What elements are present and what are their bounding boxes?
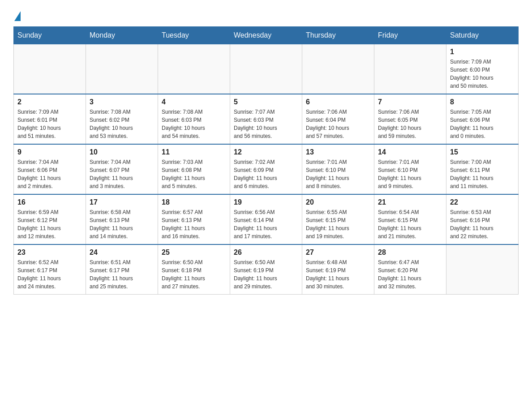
day-number: 21 bbox=[378, 198, 442, 206]
day-number: 13 bbox=[306, 148, 370, 156]
day-of-week-header: Monday bbox=[86, 26, 158, 44]
calendar-day-cell: 8Sunrise: 7:05 AMSunset: 6:06 PMDaylight… bbox=[446, 94, 519, 144]
day-of-week-header: Tuesday bbox=[158, 26, 230, 44]
day-number: 8 bbox=[450, 98, 515, 106]
day-info: Sunrise: 6:51 AMSunset: 6:17 PMDaylight:… bbox=[90, 258, 154, 291]
calendar-day-cell: 6Sunrise: 7:06 AMSunset: 6:04 PMDaylight… bbox=[302, 94, 374, 144]
day-info: Sunrise: 7:02 AMSunset: 6:09 PMDaylight:… bbox=[234, 158, 298, 190]
calendar-day-cell: 3Sunrise: 7:08 AMSunset: 6:02 PMDaylight… bbox=[86, 94, 158, 144]
calendar-day-cell bbox=[230, 44, 302, 94]
day-number: 7 bbox=[378, 98, 442, 106]
day-info: Sunrise: 6:58 AMSunset: 6:13 PMDaylight:… bbox=[90, 208, 154, 240]
day-number: 12 bbox=[234, 148, 298, 156]
calendar-day-cell: 24Sunrise: 6:51 AMSunset: 6:17 PMDayligh… bbox=[86, 244, 158, 295]
day-info: Sunrise: 6:50 AMSunset: 6:19 PMDaylight:… bbox=[234, 258, 298, 291]
calendar-day-cell: 25Sunrise: 6:50 AMSunset: 6:18 PMDayligh… bbox=[158, 244, 230, 295]
day-number: 20 bbox=[306, 198, 370, 206]
day-info: Sunrise: 6:54 AMSunset: 6:15 PMDaylight:… bbox=[378, 208, 442, 240]
calendar-table: SundayMondayTuesdayWednesdayThursdayFrid… bbox=[13, 26, 519, 295]
day-number: 15 bbox=[450, 148, 515, 156]
day-of-week-header: Sunday bbox=[14, 26, 86, 44]
day-info: Sunrise: 7:08 AMSunset: 6:03 PMDaylight:… bbox=[162, 108, 226, 140]
calendar-day-cell: 10Sunrise: 7:04 AMSunset: 6:07 PMDayligh… bbox=[86, 144, 158, 194]
logo-text bbox=[13, 9, 21, 22]
calendar-day-cell: 27Sunrise: 6:48 AMSunset: 6:19 PMDayligh… bbox=[302, 244, 374, 295]
calendar-day-cell: 5Sunrise: 7:07 AMSunset: 6:03 PMDaylight… bbox=[230, 94, 302, 144]
calendar-day-cell bbox=[86, 44, 158, 94]
calendar-day-cell: 22Sunrise: 6:53 AMSunset: 6:16 PMDayligh… bbox=[446, 194, 519, 244]
day-number: 16 bbox=[17, 198, 82, 206]
calendar-day-cell: 11Sunrise: 7:03 AMSunset: 6:08 PMDayligh… bbox=[158, 144, 230, 194]
day-number: 9 bbox=[17, 148, 82, 156]
calendar-day-cell: 26Sunrise: 6:50 AMSunset: 6:19 PMDayligh… bbox=[230, 244, 302, 295]
calendar-day-cell: 4Sunrise: 7:08 AMSunset: 6:03 PMDaylight… bbox=[158, 94, 230, 144]
calendar-header-row: SundayMondayTuesdayWednesdayThursdayFrid… bbox=[14, 26, 519, 44]
calendar-week-row: 2Sunrise: 7:09 AMSunset: 6:01 PMDaylight… bbox=[14, 94, 519, 144]
day-info: Sunrise: 7:04 AMSunset: 6:07 PMDaylight:… bbox=[90, 158, 154, 190]
day-info: Sunrise: 7:08 AMSunset: 6:02 PMDaylight:… bbox=[90, 108, 154, 140]
day-info: Sunrise: 7:06 AMSunset: 6:04 PMDaylight:… bbox=[306, 108, 370, 140]
day-number: 18 bbox=[162, 198, 226, 206]
calendar-day-cell bbox=[302, 44, 374, 94]
calendar-day-cell: 20Sunrise: 6:55 AMSunset: 6:15 PMDayligh… bbox=[302, 194, 374, 244]
day-info: Sunrise: 7:03 AMSunset: 6:08 PMDaylight:… bbox=[162, 158, 226, 190]
day-info: Sunrise: 6:55 AMSunset: 6:15 PMDaylight:… bbox=[306, 208, 370, 240]
day-of-week-header: Saturday bbox=[446, 26, 519, 44]
calendar-day-cell bbox=[14, 44, 86, 94]
day-info: Sunrise: 6:52 AMSunset: 6:17 PMDaylight:… bbox=[17, 258, 82, 291]
day-number: 17 bbox=[90, 198, 154, 206]
day-of-week-header: Wednesday bbox=[230, 26, 302, 44]
day-info: Sunrise: 7:06 AMSunset: 6:05 PMDaylight:… bbox=[378, 108, 442, 140]
day-number: 6 bbox=[306, 98, 370, 106]
calendar-day-cell: 21Sunrise: 6:54 AMSunset: 6:15 PMDayligh… bbox=[374, 194, 446, 244]
day-number: 1 bbox=[450, 48, 515, 56]
calendar-day-cell: 28Sunrise: 6:47 AMSunset: 6:20 PMDayligh… bbox=[374, 244, 446, 295]
calendar-day-cell bbox=[158, 44, 230, 94]
logo-triangle-icon bbox=[14, 11, 21, 21]
day-number: 5 bbox=[234, 98, 298, 106]
day-info: Sunrise: 7:09 AMSunset: 6:01 PMDaylight:… bbox=[17, 108, 82, 140]
day-number: 14 bbox=[378, 148, 442, 156]
day-number: 27 bbox=[306, 248, 370, 257]
calendar-day-cell: 9Sunrise: 7:04 AMSunset: 6:06 PMDaylight… bbox=[14, 144, 86, 194]
day-info: Sunrise: 6:48 AMSunset: 6:19 PMDaylight:… bbox=[306, 258, 370, 291]
calendar-day-cell: 18Sunrise: 6:57 AMSunset: 6:13 PMDayligh… bbox=[158, 194, 230, 244]
calendar-week-row: 9Sunrise: 7:04 AMSunset: 6:06 PMDaylight… bbox=[14, 144, 519, 194]
day-info: Sunrise: 6:53 AMSunset: 6:16 PMDaylight:… bbox=[450, 208, 515, 240]
day-info: Sunrise: 7:01 AMSunset: 6:10 PMDaylight:… bbox=[378, 158, 442, 190]
page-header bbox=[13, 9, 519, 22]
day-info: Sunrise: 6:56 AMSunset: 6:14 PMDaylight:… bbox=[234, 208, 298, 240]
day-info: Sunrise: 6:50 AMSunset: 6:18 PMDaylight:… bbox=[162, 258, 226, 291]
day-of-week-header: Thursday bbox=[302, 26, 374, 44]
calendar-day-cell: 17Sunrise: 6:58 AMSunset: 6:13 PMDayligh… bbox=[86, 194, 158, 244]
calendar-day-cell: 12Sunrise: 7:02 AMSunset: 6:09 PMDayligh… bbox=[230, 144, 302, 194]
day-number: 24 bbox=[90, 248, 154, 257]
calendar-day-cell: 2Sunrise: 7:09 AMSunset: 6:01 PMDaylight… bbox=[14, 94, 86, 144]
day-info: Sunrise: 6:47 AMSunset: 6:20 PMDaylight:… bbox=[378, 258, 442, 291]
day-info: Sunrise: 6:57 AMSunset: 6:13 PMDaylight:… bbox=[162, 208, 226, 240]
calendar-day-cell: 15Sunrise: 7:00 AMSunset: 6:11 PMDayligh… bbox=[446, 144, 519, 194]
day-number: 10 bbox=[90, 148, 154, 156]
calendar-day-cell: 23Sunrise: 6:52 AMSunset: 6:17 PMDayligh… bbox=[14, 244, 86, 295]
day-number: 22 bbox=[450, 198, 515, 206]
day-number: 28 bbox=[378, 248, 442, 257]
calendar-day-cell: 19Sunrise: 6:56 AMSunset: 6:14 PMDayligh… bbox=[230, 194, 302, 244]
day-number: 25 bbox=[162, 248, 226, 257]
calendar-day-cell bbox=[374, 44, 446, 94]
day-info: Sunrise: 7:01 AMSunset: 6:10 PMDaylight:… bbox=[306, 158, 370, 190]
day-number: 4 bbox=[162, 98, 226, 106]
day-info: Sunrise: 7:04 AMSunset: 6:06 PMDaylight:… bbox=[17, 158, 82, 190]
logo bbox=[13, 9, 21, 22]
calendar-day-cell: 13Sunrise: 7:01 AMSunset: 6:10 PMDayligh… bbox=[302, 144, 374, 194]
day-number: 26 bbox=[234, 248, 298, 257]
calendar-day-cell: 14Sunrise: 7:01 AMSunset: 6:10 PMDayligh… bbox=[374, 144, 446, 194]
day-number: 11 bbox=[162, 148, 226, 156]
day-of-week-header: Friday bbox=[374, 26, 446, 44]
calendar-day-cell: 7Sunrise: 7:06 AMSunset: 6:05 PMDaylight… bbox=[374, 94, 446, 144]
day-info: Sunrise: 7:07 AMSunset: 6:03 PMDaylight:… bbox=[234, 108, 298, 140]
calendar-week-row: 16Sunrise: 6:59 AMSunset: 6:12 PMDayligh… bbox=[14, 194, 519, 244]
day-info: Sunrise: 7:00 AMSunset: 6:11 PMDaylight:… bbox=[450, 158, 515, 190]
day-info: Sunrise: 7:05 AMSunset: 6:06 PMDaylight:… bbox=[450, 108, 515, 140]
day-number: 23 bbox=[17, 248, 82, 257]
calendar-week-row: 23Sunrise: 6:52 AMSunset: 6:17 PMDayligh… bbox=[14, 244, 519, 295]
